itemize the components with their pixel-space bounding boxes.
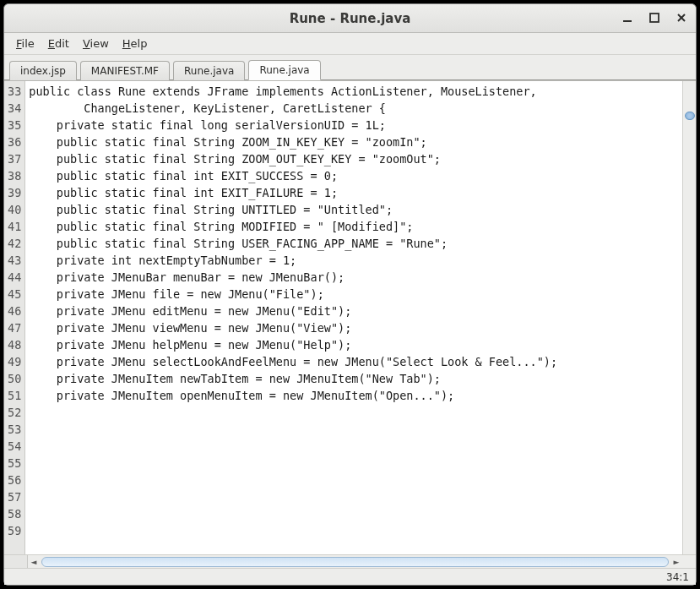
scroll-right-arrow-icon[interactable]: ►	[670, 558, 682, 566]
code-line[interactable]: private JMenuItem openMenuItem = new JMe…	[29, 387, 682, 404]
code-line[interactable]: private JMenuItem newTabItem = new JMenu…	[29, 370, 682, 387]
line-number: 56	[8, 472, 21, 488]
line-number: 33	[8, 83, 21, 100]
line-number: 37	[8, 150, 21, 167]
line-number: 55	[8, 455, 21, 472]
code-line[interactable]: private JMenu viewMenu = new JMenu("View…	[29, 319, 682, 336]
scroll-left-arrow-icon[interactable]: ◄	[28, 558, 40, 566]
menu-help[interactable]: Help	[116, 35, 155, 52]
line-number: 58	[8, 505, 21, 522]
line-number: 53	[8, 421, 21, 438]
menubar: File Edit View Help	[4, 33, 696, 55]
code-line[interactable]: public static final int EXIT_FAILURE = 1…	[29, 184, 682, 201]
window-controls	[618, 8, 691, 27]
minimize-button[interactable]	[618, 8, 637, 27]
line-number: 40	[8, 201, 21, 218]
line-number: 47	[8, 319, 21, 336]
code-line[interactable]: private JMenu editMenu = new JMenu("Edit…	[29, 303, 682, 319]
scrollbar-corner	[682, 555, 696, 568]
horizontal-scrollbar-track[interactable]	[41, 557, 669, 567]
menu-view[interactable]: View	[76, 35, 116, 52]
code-line[interactable]: private JMenu file = new JMenu("File");	[29, 286, 682, 303]
cursor-position: 34:1	[666, 571, 689, 583]
tab-index-jsp[interactable]: index.jsp	[9, 61, 77, 80]
code-line[interactable]: public static final String ZOOM_OUT_KEY_…	[29, 150, 682, 167]
line-number: 50	[8, 370, 21, 387]
tabbar: index.jsp MANIFEST.MF Rune.java Rune.jav…	[4, 55, 696, 80]
tab-manifest-mf[interactable]: MANIFEST.MF	[80, 61, 170, 80]
code-line[interactable]: private JMenu selectLookAndFeelMenu = ne…	[29, 353, 682, 370]
line-number: 39	[8, 184, 21, 201]
svg-rect-1	[650, 14, 659, 22]
line-number: 42	[8, 235, 21, 252]
close-button[interactable]	[672, 8, 691, 27]
code-line[interactable]: public static final String MODIFIED = " …	[29, 218, 682, 235]
line-number: 45	[8, 286, 21, 303]
code-line[interactable]: private JMenu helpMenu = new JMenu("Help…	[29, 336, 682, 353]
code-line[interactable]: public static final String USER_FACING_A…	[29, 235, 682, 252]
line-number: 34	[8, 100, 21, 117]
code-line[interactable]: public class Rune extends JFrame impleme…	[29, 83, 682, 100]
line-number: 36	[8, 134, 21, 150]
line-number: 35	[8, 117, 21, 134]
code-line[interactable]: private static final long serialVersionU…	[29, 117, 682, 134]
code-line[interactable]: public static final String ZOOM_IN_KEY_K…	[29, 134, 682, 150]
tab-rune-java-2[interactable]: Rune.java	[248, 60, 320, 80]
menu-file[interactable]: File	[9, 35, 41, 52]
tab-rune-java-1[interactable]: Rune.java	[173, 61, 245, 80]
line-number: 57	[8, 488, 21, 505]
maximize-button[interactable]	[645, 8, 664, 27]
vertical-scrollbar-thumb[interactable]	[685, 112, 695, 120]
menu-edit[interactable]: Edit	[41, 35, 76, 52]
window-title: Rune - Rune.java	[4, 11, 696, 26]
gutter-spacer	[4, 555, 28, 568]
menu-edit-rest: dit	[55, 37, 69, 50]
line-number: 54	[8, 438, 21, 455]
svg-rect-0	[623, 20, 632, 22]
editor-area: 3334353637383940414243444546474849505152…	[4, 80, 696, 554]
code-line[interactable]: private int nextEmptyTabNumber = 1;	[29, 252, 682, 269]
line-number: 51	[8, 387, 21, 404]
line-number: 59	[8, 522, 21, 539]
code-line[interactable]: private JMenuBar menuBar = new JMenuBar(…	[29, 269, 682, 286]
code-line[interactable]: ChangeListener, KeyListener, CaretListen…	[29, 100, 682, 117]
line-number: 49	[8, 353, 21, 370]
line-number: 46	[8, 303, 21, 319]
code-line[interactable]: public static final int EXIT_SUCCESS = 0…	[29, 167, 682, 184]
horizontal-scrollbar[interactable]: ◄ ►	[28, 555, 682, 568]
menu-file-rest: ile	[22, 37, 35, 50]
line-number: 38	[8, 167, 21, 184]
menu-help-rest: elp	[131, 37, 148, 50]
line-number: 41	[8, 218, 21, 235]
line-number: 44	[8, 269, 21, 286]
code-line[interactable]: public static final String UNTITLED = "U…	[29, 201, 682, 218]
horizontal-scrollbar-row: ◄ ►	[4, 554, 696, 568]
vertical-scrollbar[interactable]	[682, 81, 696, 554]
line-number: 52	[8, 404, 21, 421]
line-number: 43	[8, 252, 21, 269]
menu-view-rest: iew	[90, 37, 109, 50]
app-window: Rune - Rune.java File Edit View Help ind…	[3, 3, 697, 586]
statusbar: 34:1	[4, 568, 696, 585]
code-editor[interactable]: public class Rune extends JFrame impleme…	[25, 81, 682, 554]
line-number: 48	[8, 336, 21, 353]
line-number-gutter: 3334353637383940414243444546474849505152…	[4, 81, 25, 554]
titlebar[interactable]: Rune - Rune.java	[4, 4, 696, 33]
